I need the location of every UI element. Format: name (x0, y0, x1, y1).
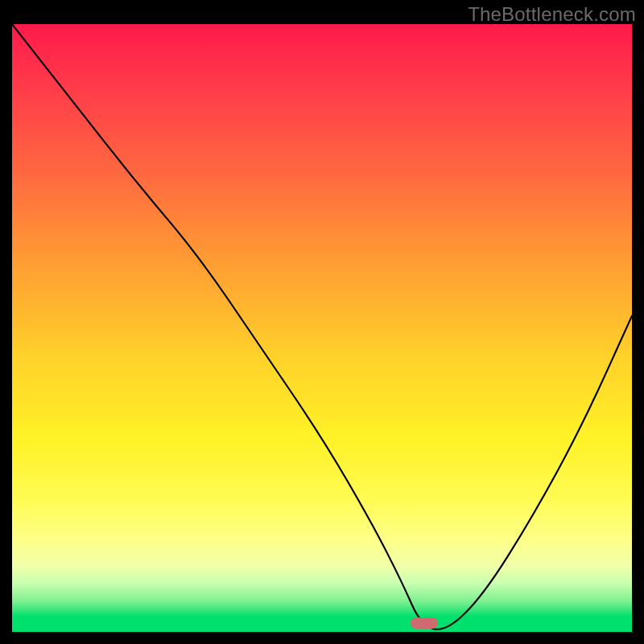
optimal-point-marker (411, 617, 438, 629)
plot-area (12, 24, 632, 632)
chart-frame: TheBottleneck.com (0, 0, 644, 644)
watermark-label: TheBottleneck.com (468, 3, 636, 26)
curve-path (12, 24, 632, 630)
bottleneck-curve (12, 24, 632, 632)
